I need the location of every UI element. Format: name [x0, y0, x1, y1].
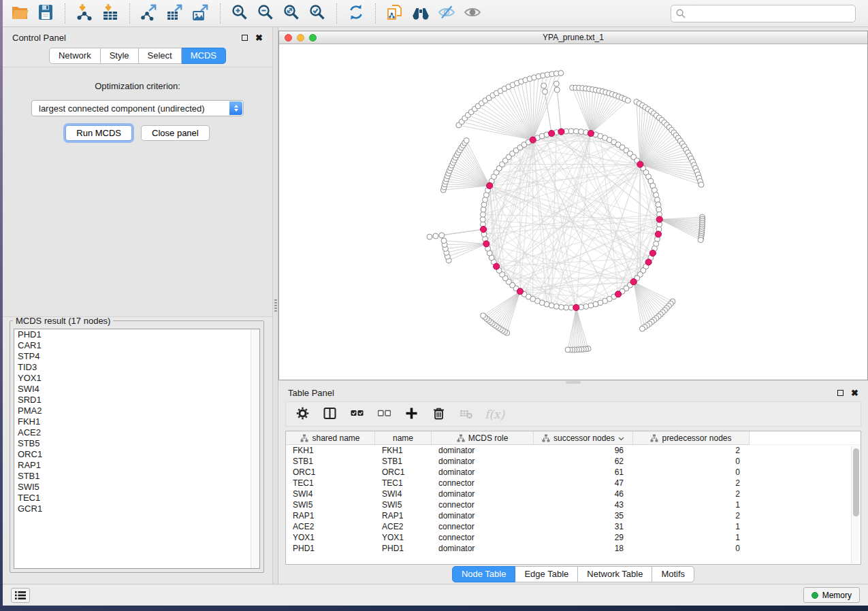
graph-hub-node[interactable]: [615, 291, 621, 297]
network-canvas[interactable]: [279, 44, 867, 380]
table-row[interactable]: ORC1ORC1dominator610: [286, 467, 861, 478]
graph-leaf-node[interactable]: [565, 347, 570, 352]
graph-leaf-node[interactable]: [698, 237, 703, 243]
graph-hub-node[interactable]: [483, 241, 489, 247]
graph-hub-node[interactable]: [645, 259, 652, 265]
mcds-result-item[interactable]: STP4: [14, 351, 259, 362]
mcds-result-item[interactable]: STB1: [14, 471, 259, 482]
graph-hub-node[interactable]: [656, 216, 662, 222]
mcds-result-item[interactable]: FKH1: [14, 416, 259, 427]
clone-network-button[interactable]: [382, 3, 408, 24]
table-row[interactable]: PHD1PHD1dominator180: [286, 543, 861, 554]
import-network-button[interactable]: [71, 3, 97, 24]
graph-node[interactable]: [656, 202, 661, 208]
column-header-name[interactable]: name: [375, 431, 432, 445]
graph-hub-node[interactable]: [517, 288, 523, 295]
graph-leaf-node[interactable]: [554, 87, 560, 93]
open-file-button[interactable]: [7, 3, 33, 24]
graph-hub-node[interactable]: [655, 231, 661, 237]
add-button[interactable]: [403, 406, 419, 423]
graph-hub-node[interactable]: [487, 182, 493, 188]
graph-leaf-node[interactable]: [541, 83, 547, 88]
export-image-button[interactable]: [188, 3, 214, 24]
mcds-result-item[interactable]: ACE2: [14, 427, 259, 438]
criterion-select[interactable]: largest connected component (undirected): [31, 100, 244, 116]
graph-node[interactable]: [583, 303, 589, 309]
export-table-button[interactable]: [162, 3, 188, 24]
graph-leaf-node[interactable]: [433, 233, 438, 239]
graph-leaf-node[interactable]: [464, 138, 469, 144]
graph-hub-node[interactable]: [630, 279, 637, 285]
table-row[interactable]: SWI5SWI5connector431: [286, 499, 861, 510]
graph-leaf-node[interactable]: [625, 98, 630, 103]
table-row[interactable]: RAP1RAP1dominator352: [286, 510, 861, 521]
mcds-result-item[interactable]: TEC1: [14, 493, 259, 503]
tab-network-table[interactable]: Network Table: [578, 566, 652, 582]
graph-hub-node[interactable]: [530, 137, 536, 143]
zoom-in-button[interactable]: [227, 3, 253, 24]
list-scrollbar[interactable]: [251, 329, 259, 568]
table-row[interactable]: FKH1FKH1dominator962: [286, 445, 861, 456]
save-session-button[interactable]: [33, 3, 59, 24]
zoom-fit-button[interactable]: [278, 3, 304, 24]
graph-leaf-node[interactable]: [639, 326, 645, 331]
refresh-button[interactable]: [343, 3, 369, 24]
graph-leaf-node[interactable]: [481, 313, 486, 318]
close-window-icon[interactable]: [285, 34, 292, 42]
zoom-selected-button[interactable]: [304, 3, 330, 24]
graph-hub-node[interactable]: [588, 130, 594, 136]
run-mcds-button[interactable]: Run MCDS: [65, 125, 132, 141]
import-table-button[interactable]: [97, 3, 123, 24]
float-panel-icon[interactable]: [837, 390, 843, 396]
columns-button[interactable]: [321, 406, 338, 423]
graph-node[interactable]: [656, 207, 662, 212]
graph-leaf-node[interactable]: [553, 81, 559, 86]
graph-node[interactable]: [480, 212, 485, 217]
mcds-result-item[interactable]: PHD1: [14, 329, 259, 340]
graph-leaf-node[interactable]: [698, 182, 704, 187]
zoom-out-button[interactable]: [253, 3, 278, 24]
graph-leaf-node[interactable]: [441, 238, 447, 244]
graph-hub-node[interactable]: [549, 130, 555, 136]
graph-leaf-node[interactable]: [439, 233, 445, 238]
mcds-result-item[interactable]: SWI4: [14, 384, 259, 395]
show-all-button[interactable]: [460, 3, 485, 24]
mcds-result-item[interactable]: TID3: [14, 362, 259, 373]
tab-node-table[interactable]: Node Table: [452, 566, 516, 582]
column-header-successor-nodes[interactable]: successor nodes: [534, 431, 633, 445]
delete-button[interactable]: [430, 406, 447, 423]
tab-select[interactable]: Select: [139, 48, 182, 64]
table-row[interactable]: SWI4SWI4dominator462: [286, 489, 861, 499]
search-input[interactable]: [671, 5, 856, 22]
graph-leaf-node[interactable]: [558, 70, 564, 76]
network-list-button[interactable]: [11, 588, 30, 603]
column-header-predecessor-nodes[interactable]: predecessor nodes: [633, 431, 750, 445]
column-header-shared-name[interactable]: shared name: [286, 431, 375, 445]
mcds-result-item[interactable]: GCR1: [14, 503, 259, 514]
network-window-titlebar[interactable]: YPA_prune.txt_1: [279, 31, 867, 44]
graph-node[interactable]: [573, 129, 579, 134]
graph-leaf-node[interactable]: [542, 89, 547, 95]
scrollbar-thumb[interactable]: [853, 448, 859, 516]
close-panel-icon[interactable]: ✖: [255, 35, 263, 41]
mcds-result-item[interactable]: SWI5: [14, 482, 259, 493]
splitter-handle[interactable]: [566, 381, 581, 384]
graph-node[interactable]: [558, 304, 564, 310]
table-row[interactable]: ACE2ACE2connector311: [286, 521, 861, 532]
graph-node[interactable]: [564, 305, 569, 310]
tab-motifs[interactable]: Motifs: [652, 566, 694, 582]
graph-node[interactable]: [579, 129, 584, 135]
graph-leaf-node[interactable]: [427, 234, 432, 240]
graph-hub-node[interactable]: [494, 263, 500, 269]
splitter-handle[interactable]: [274, 299, 277, 313]
table-row[interactable]: YOX1YOX1connector291: [286, 532, 861, 543]
maximize-window-icon[interactable]: [309, 34, 317, 42]
horizontal-splitter[interactable]: [278, 380, 868, 384]
table-row[interactable]: TEC1TEC1connector472: [286, 478, 861, 489]
mcds-result-item[interactable]: SRD1: [14, 395, 259, 406]
float-panel-icon[interactable]: [242, 35, 248, 41]
tab-style[interactable]: Style: [101, 48, 139, 64]
graph-hub-node[interactable]: [480, 226, 486, 232]
tab-network[interactable]: Network: [49, 48, 101, 64]
graph-hub-node[interactable]: [558, 129, 564, 135]
